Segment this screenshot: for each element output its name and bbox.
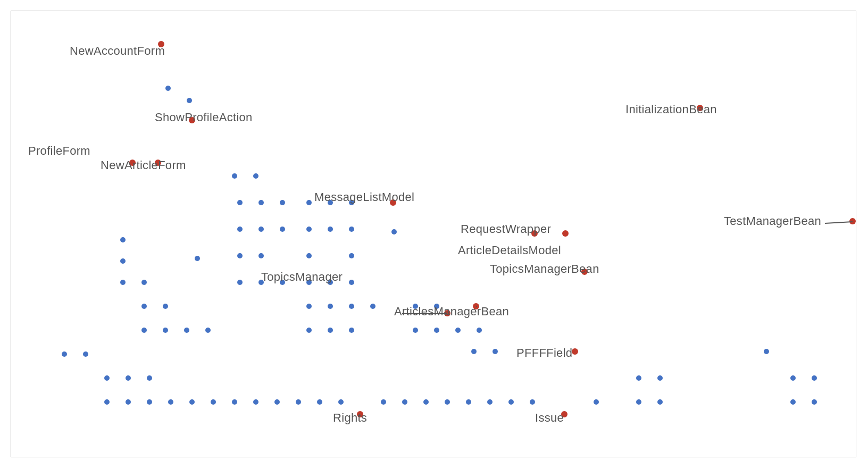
blue-node	[423, 399, 429, 405]
blue-node	[258, 253, 264, 258]
blue-node	[253, 399, 258, 405]
blue-node	[232, 399, 237, 405]
blue-node	[306, 200, 312, 205]
connector-line	[476, 306, 477, 307]
blue-node	[147, 399, 152, 405]
blue-node	[391, 229, 397, 234]
blue-node	[126, 375, 131, 381]
blue-node	[195, 256, 200, 261]
blue-node	[306, 328, 312, 333]
blue-node	[508, 399, 514, 405]
blue-node	[296, 399, 301, 405]
blue-node	[232, 173, 237, 179]
node-label-requestwrapper: RequestWrapper	[461, 222, 551, 236]
blue-node	[83, 351, 88, 357]
blue-node	[328, 304, 333, 309]
blue-node	[306, 253, 312, 258]
node-label-newarticleform: NewArticleForm	[101, 158, 186, 172]
blue-node	[141, 304, 147, 309]
connector-line	[402, 313, 447, 314]
blue-node	[328, 328, 333, 333]
blue-node	[147, 375, 152, 381]
blue-node	[184, 328, 189, 333]
blue-node	[237, 280, 243, 285]
blue-node	[370, 304, 375, 309]
blue-node	[104, 375, 110, 381]
blue-node	[445, 399, 450, 405]
node-label-profileform: ProfileForm	[28, 144, 90, 158]
blue-node	[237, 253, 243, 258]
blue-node	[165, 86, 171, 91]
blue-node	[141, 280, 147, 285]
blue-node	[306, 304, 312, 309]
node-label-pffffield: PFFFField	[516, 346, 572, 360]
blue-node	[790, 399, 796, 405]
blue-node	[120, 258, 126, 264]
chart-container: NewAccountFormShowProfileActionProfileFo…	[11, 11, 856, 457]
blue-node	[274, 399, 280, 405]
blue-node	[62, 351, 67, 357]
blue-node	[349, 227, 354, 232]
blue-node	[402, 399, 407, 405]
blue-node	[812, 399, 817, 405]
blue-node	[338, 399, 344, 405]
node-label-initializationbean: InitializationBean	[625, 103, 717, 116]
blue-node	[493, 349, 498, 354]
blue-node	[381, 399, 386, 405]
node-label-topicsmanagerbean: TopicsManagerBean	[490, 262, 599, 276]
blue-node	[636, 399, 641, 405]
blue-node	[594, 399, 599, 405]
node-label-messagelistmodel: MessageListModel	[314, 190, 414, 204]
connector-line	[825, 221, 853, 223]
blue-node	[253, 173, 258, 179]
node-label-topicsmanager: TopicsManager	[261, 270, 343, 284]
blue-node	[790, 375, 796, 381]
node-label-rights: Rights	[333, 411, 367, 425]
blue-node	[141, 328, 147, 333]
node-label-showprofileaction: ShowProfileAction	[155, 111, 253, 124]
node-label-articledetailsmodel: ArticleDetailsModel	[458, 244, 561, 257]
blue-node	[434, 328, 439, 333]
blue-node	[211, 399, 216, 405]
node-label-articlesmanagerbean: ArticlesManagerBean	[394, 305, 509, 319]
blue-node	[487, 399, 493, 405]
blue-node	[657, 375, 663, 381]
blue-node	[455, 328, 461, 333]
blue-node	[280, 227, 285, 232]
blue-node	[120, 280, 126, 285]
blue-node	[189, 399, 195, 405]
blue-node	[205, 328, 211, 333]
blue-node	[466, 399, 471, 405]
node-label-testmanagerbean: TestManagerBean	[724, 214, 821, 228]
blue-node	[120, 237, 126, 242]
blue-node	[237, 227, 243, 232]
blue-node	[413, 328, 418, 333]
blue-node	[636, 375, 641, 381]
blue-node	[471, 349, 477, 354]
blue-node	[657, 399, 663, 405]
blue-node	[477, 328, 482, 333]
blue-node	[349, 304, 354, 309]
blue-node	[168, 399, 173, 405]
blue-node	[317, 399, 322, 405]
blue-node	[187, 98, 192, 103]
blue-node	[163, 304, 168, 309]
blue-node	[764, 349, 769, 354]
blue-node	[163, 328, 168, 333]
blue-node	[306, 227, 312, 232]
blue-node	[349, 280, 354, 285]
red-node	[562, 230, 569, 237]
blue-node	[328, 227, 333, 232]
blue-node	[280, 200, 285, 205]
blue-node	[530, 399, 535, 405]
blue-node	[104, 399, 110, 405]
blue-node	[126, 399, 131, 405]
red-node	[572, 348, 578, 355]
blue-node	[349, 253, 354, 258]
blue-node	[258, 200, 264, 205]
blue-node	[258, 227, 264, 232]
blue-node	[349, 328, 354, 333]
blue-node	[237, 200, 243, 205]
blue-node	[812, 375, 817, 381]
node-label-issue: Issue	[535, 411, 564, 425]
